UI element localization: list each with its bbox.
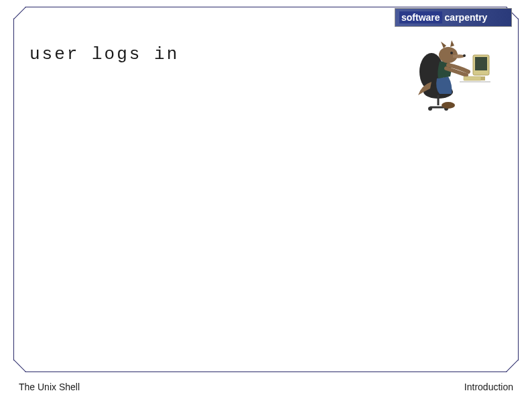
wolf-at-computer-illustration — [411, 35, 492, 112]
svg-rect-12 — [464, 76, 481, 80]
slide-footer: The Unix Shell Introduction — [19, 382, 513, 392]
svg-point-14 — [442, 102, 455, 109]
software-carpentry-logo: softwarecarpentry — [395, 8, 512, 27]
corner-cut-br — [507, 360, 519, 372]
svg-point-4 — [428, 107, 432, 111]
footer-left: The Unix Shell — [19, 382, 80, 392]
svg-point-7 — [463, 54, 466, 57]
svg-rect-10 — [475, 57, 487, 70]
svg-point-8 — [450, 52, 453, 54]
slide-title: user logs in — [29, 44, 179, 64]
footer-right: Introduction — [464, 382, 513, 392]
logo-part-software: software — [399, 11, 442, 23]
logo-part-carpentry: carpentry — [445, 12, 488, 23]
